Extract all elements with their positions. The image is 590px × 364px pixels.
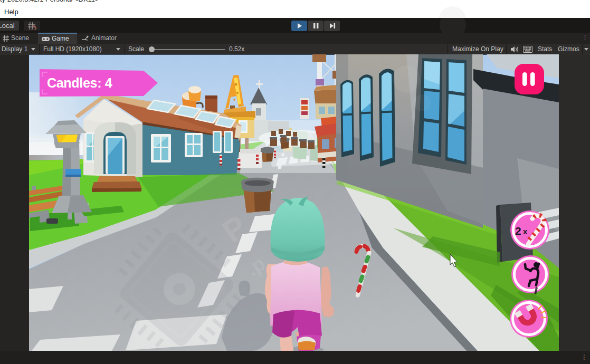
svg-text:Candles: 4: Candles: 4 bbox=[47, 75, 112, 90]
svg-text:x: x bbox=[523, 227, 528, 236]
svg-text:2: 2 bbox=[515, 225, 521, 237]
